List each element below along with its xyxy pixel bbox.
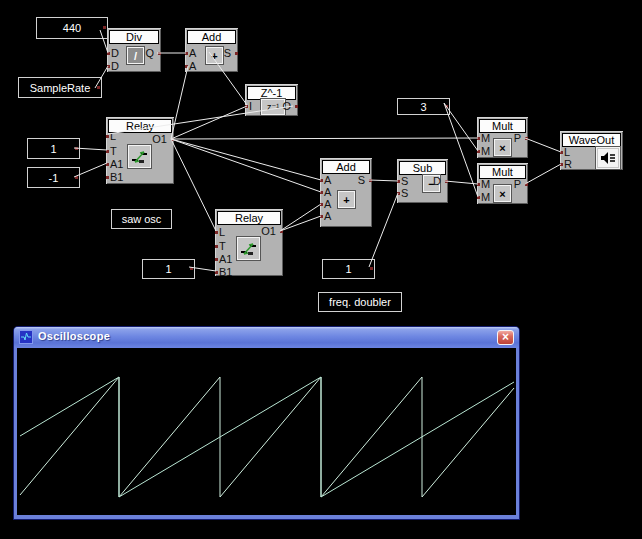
module-sub[interactable]: Sub−SSD <box>397 159 448 203</box>
relay-icon[interactable] <box>128 145 151 168</box>
text-label-freq-doubler[interactable]: freq. doubler <box>318 292 402 312</box>
connector-p[interactable] <box>525 137 528 140</box>
wire <box>525 164 561 184</box>
multiply-icon[interactable]: × <box>494 139 511 156</box>
module-relay[interactable]: RelayLTA1B1O1 <box>215 209 283 276</box>
connector-s[interactable] <box>397 180 400 183</box>
connector-m[interactable] <box>477 137 480 140</box>
connector-q[interactable] <box>158 52 161 55</box>
module-add[interactable]: Add+AAS <box>185 28 238 72</box>
module-mult[interactable]: Mult×MMP <box>477 117 528 158</box>
connector-a[interactable] <box>320 215 323 218</box>
connector-s[interactable] <box>369 179 372 182</box>
close-button[interactable]: × <box>497 330 514 345</box>
connector-o[interactable] <box>295 105 298 108</box>
connector-b1[interactable] <box>106 176 109 179</box>
module-title: Add <box>187 30 236 44</box>
connector-a[interactable] <box>320 191 323 194</box>
connector-s[interactable] <box>235 52 238 55</box>
connector-a[interactable] <box>320 179 323 182</box>
value-box-3[interactable]: 3 <box>397 98 450 115</box>
divide-icon[interactable]: / <box>127 47 144 64</box>
module-waveout[interactable]: WaveOutLR <box>560 131 623 170</box>
connector-out[interactable] <box>190 267 193 270</box>
connector-p[interactable] <box>525 183 528 186</box>
connector-out[interactable] <box>445 105 448 108</box>
connector-out[interactable] <box>97 86 100 89</box>
oscilloscope-app-icon <box>19 330 33 344</box>
module-mult[interactable]: Mult×MMP <box>477 163 528 204</box>
text-label-saw-osc[interactable]: saw osc <box>111 209 172 229</box>
port-m: M <box>481 191 490 203</box>
connector-s[interactable] <box>397 192 400 195</box>
port-r: R <box>564 158 572 170</box>
port-o1: O1 <box>261 225 276 237</box>
wire <box>369 180 398 181</box>
connector-out[interactable] <box>75 147 78 150</box>
multiply-icon[interactable]: × <box>494 185 511 202</box>
connector-l[interactable] <box>215 231 218 234</box>
module-z1[interactable]: Z^-1z⁻¹IO <box>245 84 298 116</box>
port-a: A <box>324 210 331 222</box>
delay-icon[interactable]: z⁻¹ <box>261 99 285 115</box>
wire <box>171 139 321 192</box>
connector-a1[interactable] <box>215 258 218 261</box>
connector-l[interactable] <box>560 151 563 154</box>
port-l: L <box>564 146 570 158</box>
port-o1: O1 <box>152 133 167 145</box>
connector-t[interactable] <box>215 245 218 248</box>
module-title: Mult <box>479 165 526 179</box>
wire <box>369 193 398 267</box>
connector-a1[interactable] <box>106 163 109 166</box>
relay-icon[interactable] <box>237 237 260 260</box>
connector-t[interactable] <box>106 150 109 153</box>
value-box--1[interactable]: -1 <box>27 167 80 188</box>
module-div[interactable]: Div/DDQ <box>107 28 161 72</box>
port-a1: A1 <box>219 253 232 265</box>
connector-r[interactable] <box>560 163 563 166</box>
connector-out[interactable] <box>103 26 106 29</box>
connector-m[interactable] <box>477 150 480 153</box>
value-box-1[interactable]: 1 <box>142 259 195 279</box>
connector-a[interactable] <box>185 52 188 55</box>
port-s: S <box>358 174 365 186</box>
connector-o1[interactable] <box>171 138 174 141</box>
connector-d[interactable] <box>107 52 110 55</box>
value-box-1[interactable]: 1 <box>322 259 375 279</box>
connector-o1[interactable] <box>280 230 283 233</box>
value-box-440[interactable]: 440 <box>36 17 108 39</box>
wire <box>445 181 478 184</box>
plus-icon[interactable]: + <box>206 47 223 64</box>
port-d: D <box>433 175 441 187</box>
connector-i[interactable] <box>245 105 248 108</box>
module-title: Mult <box>479 119 526 133</box>
port-d: D <box>111 60 119 72</box>
module-add[interactable]: Add+AAAAS <box>320 158 372 227</box>
oscilloscope-display <box>17 348 516 515</box>
port-a: A <box>324 198 331 210</box>
port-s: S <box>224 47 231 59</box>
port-t: T <box>110 145 117 157</box>
port-l: L <box>110 130 116 142</box>
plus-icon[interactable]: + <box>338 191 355 208</box>
connector-d[interactable] <box>107 65 110 68</box>
connector-m[interactable] <box>477 183 480 186</box>
connector-out[interactable] <box>75 176 78 179</box>
value-box-samplerate[interactable]: SampleRate <box>18 77 102 98</box>
oscilloscope-titlebar[interactable]: Oscilloscope × <box>14 327 519 348</box>
connector-d[interactable] <box>445 180 448 183</box>
module-relay[interactable]: RelayLTA1B1O1 <box>106 117 174 184</box>
port-t: T <box>219 240 226 252</box>
value-box-1[interactable]: 1 <box>27 138 80 159</box>
connector-a[interactable] <box>185 65 188 68</box>
connector-out[interactable] <box>370 267 373 270</box>
wire <box>171 139 216 231</box>
connector-m[interactable] <box>477 196 480 199</box>
port-s: S <box>401 187 408 199</box>
port-m: M <box>481 132 490 144</box>
connector-b1[interactable] <box>215 271 218 274</box>
connector-l[interactable] <box>106 135 109 138</box>
connector-a[interactable] <box>320 203 323 206</box>
speaker-icon[interactable] <box>596 147 620 169</box>
port-b1: B1 <box>110 171 123 183</box>
